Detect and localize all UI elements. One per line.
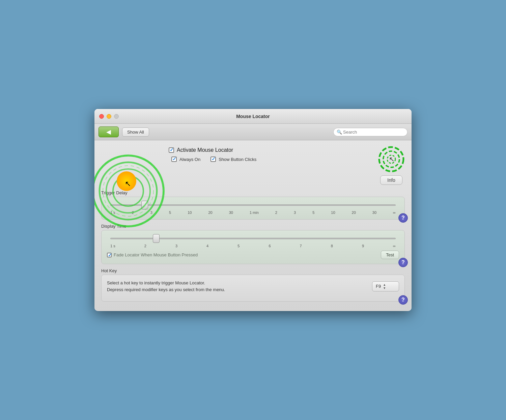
tick-30: 30	[229, 211, 233, 215]
svg-text:↖: ↖	[389, 156, 395, 163]
window-title: Mouse Locator	[236, 114, 270, 119]
title-bar: Mouse Locator	[94, 109, 412, 124]
dt-tick-9: 9	[362, 244, 364, 248]
hot-key-line2: Depress required modifier keys as you se…	[107, 286, 365, 293]
main-window: Mouse Locator ◀ Show All 🔍	[94, 109, 412, 311]
always-on-checkbox[interactable]	[171, 157, 177, 162]
test-button[interactable]: Test	[381, 251, 399, 259]
dt-tick-inf: ∞	[393, 244, 396, 248]
trigger-delay-slider-line	[110, 204, 396, 206]
search-wrapper: 🔍	[333, 128, 407, 136]
dt-tick-1s: 1 s	[110, 244, 115, 248]
display-time-box: 1 s 2 3 4 5 6 7 8 9 ∞ Fade	[101, 230, 405, 264]
display-time-labels: 1 s 2 3 4 5 6 7 8 9 ∞	[107, 243, 399, 248]
key-selector[interactable]: F9 ▲ ▼	[372, 281, 399, 291]
tick-20: 20	[208, 211, 212, 215]
hot-key-line1: Select a hot key to instantly trigger Mo…	[107, 280, 365, 286]
tick-2: 2	[132, 211, 134, 215]
tick-2m: 2	[275, 211, 277, 215]
tick-3m: 3	[294, 211, 296, 215]
display-time-title: Display Time	[101, 224, 405, 229]
display-time-slider-container: 1 s 2 3 4 5 6 7 8 9 ∞	[107, 235, 399, 248]
trigger-delay-thumb[interactable]	[141, 201, 148, 209]
tick-3: 3	[150, 211, 152, 215]
back-button[interactable]: ◀	[99, 127, 119, 137]
mouse-locator-icon: ↖	[378, 146, 405, 173]
trigger-delay-slider-container: 1 s 2 3 5 10 20 30 1 min 2 3 5 10 20 30	[107, 202, 399, 215]
tick-30m: 30	[372, 211, 376, 215]
hot-key-box: Select a hot key to instantly trigger Mo…	[101, 275, 405, 302]
trigger-delay-title: Trigger Delay	[101, 190, 405, 195]
search-icon: 🔍	[337, 130, 342, 135]
display-time-help-button[interactable]: ?	[398, 258, 408, 267]
fade-checkbox[interactable]	[107, 253, 112, 257]
fade-label-area: Fade Locator When Mouse Button Pressed	[107, 252, 198, 257]
key-value: F9	[376, 284, 381, 289]
always-on-row: Always On	[171, 157, 200, 162]
logo-area: ↖ Info	[378, 146, 405, 185]
hot-key-text: Select a hot key to instantly trigger Mo…	[107, 280, 365, 293]
minimize-button[interactable]	[107, 114, 111, 119]
trigger-delay-help-button[interactable]: ?	[398, 213, 408, 223]
fade-label-text: Fade Locator When Mouse Button Pressed	[114, 252, 198, 257]
dt-tick-6: 6	[269, 244, 271, 248]
hot-key-content: Select a hot key to instantly trigger Mo…	[107, 280, 399, 293]
display-time-section: Display Time 1 s 2 3 4 5 6	[101, 224, 405, 264]
dt-tick-5: 5	[237, 244, 240, 248]
dt-tick-8: 8	[331, 244, 333, 248]
close-button[interactable]	[99, 114, 104, 119]
dt-tick-7: 7	[300, 244, 302, 248]
trigger-delay-slider-track	[110, 202, 396, 208]
show-clicks-row: Show Button Clicks	[210, 157, 256, 162]
display-time-slider-track	[110, 235, 396, 242]
toolbar: ◀ Show All 🔍	[94, 124, 412, 140]
activate-row: Activate Mouse Locator Always On Show Bu…	[101, 146, 378, 162]
key-arrows: ▲ ▼	[383, 283, 386, 290]
tick-1min: 1 min	[250, 211, 259, 215]
show-clicks-checkbox[interactable]	[210, 157, 216, 162]
fade-row: Fade Locator When Mouse Button Pressed T…	[107, 251, 399, 259]
activate-label: Activate Mouse Locator	[177, 147, 233, 153]
tick-1s: 1 s	[110, 211, 115, 215]
hot-key-title: Hot Key	[101, 268, 405, 273]
show-clicks-label: Show Button Clicks	[219, 157, 256, 162]
tick-inf: ∞	[393, 211, 396, 215]
hot-key-help-button[interactable]: ?	[398, 295, 408, 305]
window-controls	[99, 114, 119, 119]
info-button[interactable]: Info	[380, 175, 402, 185]
search-input[interactable]	[333, 128, 407, 136]
trigger-delay-box: 1 s 2 3 5 10 20 30 1 min 2 3 5 10 20 30	[101, 197, 405, 220]
tick-10m: 10	[331, 211, 335, 215]
trigger-delay-section: Trigger Delay 1 s 2 3 5 10	[101, 190, 405, 220]
tick-5m: 5	[312, 211, 314, 215]
hot-key-section: Hot Key Select a hot key to instantly tr…	[101, 268, 405, 302]
dt-tick-3: 3	[175, 244, 177, 248]
activate-checkbox-row: Activate Mouse Locator	[169, 147, 378, 153]
show-all-button[interactable]: Show All	[122, 128, 149, 137]
dt-tick-2: 2	[144, 244, 146, 248]
tick-20m: 20	[352, 211, 356, 215]
trigger-delay-labels: 1 s 2 3 5 10 20 30 1 min 2 3 5 10 20 30	[107, 210, 399, 215]
tick-5: 5	[169, 211, 171, 215]
content-area: ↖ Activate Mouse Locator Always On Show …	[94, 140, 412, 311]
dt-tick-4: 4	[206, 244, 208, 248]
display-time-slider-line	[110, 238, 396, 239]
header-section: Activate Mouse Locator Always On Show Bu…	[101, 146, 405, 185]
maximize-button[interactable]	[114, 114, 119, 119]
display-time-thumb[interactable]	[153, 234, 160, 243]
activate-checkbox[interactable]	[169, 147, 174, 153]
always-on-label: Always On	[179, 157, 200, 162]
tick-10: 10	[188, 211, 192, 215]
sub-options: Always On Show Button Clicks	[169, 157, 378, 162]
